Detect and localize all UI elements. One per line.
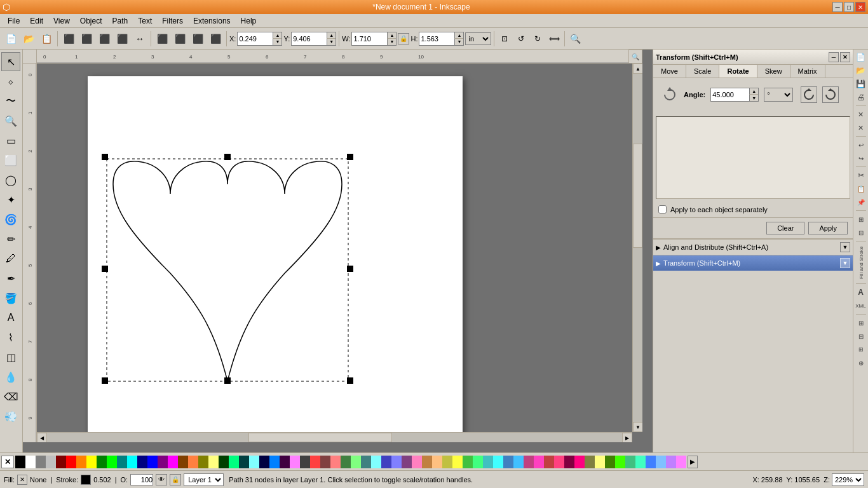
palette-color[interactable] [615, 456, 625, 468]
accordion-transform-header[interactable]: ▶ Transform (Shift+Ctrl+M) ▼ [653, 255, 853, 271]
far-right-grid-btn[interactable]: ⊞ [855, 316, 867, 329]
rotate-ccw-button[interactable]: ↺ [513, 31, 529, 46]
x-spin-down[interactable]: ▼ [273, 39, 281, 45]
far-right-cut[interactable]: ✂ [855, 169, 867, 182]
far-right-zoom-fit[interactable]: ⊞ [855, 213, 867, 226]
palette-color[interactable] [371, 456, 381, 468]
far-right-export[interactable]: ✕ [855, 121, 867, 134]
palette-color[interactable] [269, 456, 280, 468]
palette-color[interactable] [249, 456, 259, 468]
rect-tool[interactable]: ▭ [1, 131, 20, 150]
palette-color[interactable] [605, 456, 615, 468]
distribute-top-button[interactable]: ⬛ [207, 30, 224, 47]
palette-color[interactable] [208, 456, 219, 468]
open-button[interactable]: 📂 [20, 30, 37, 47]
w-input[interactable] [352, 32, 387, 45]
palette-color[interactable] [168, 456, 178, 468]
palette-color[interactable] [483, 456, 493, 468]
angle-spin-up[interactable]: ▲ [749, 88, 758, 95]
rotate-cw-direction-button[interactable] [822, 86, 839, 103]
palette-color[interactable] [452, 456, 463, 468]
scroll-thumb-h[interactable] [248, 433, 392, 442]
palette-color[interactable] [493, 456, 503, 468]
connector-tool[interactable]: ⌇ [1, 328, 20, 347]
angle-input[interactable] [711, 88, 749, 101]
star-tool[interactable]: ✦ [1, 190, 20, 209]
menu-view[interactable]: View [48, 15, 75, 27]
palette-color[interactable] [107, 456, 117, 468]
clear-button[interactable]: Clear [766, 222, 804, 234]
h-spin-up[interactable]: ▲ [454, 32, 463, 39]
palette-color[interactable] [66, 456, 76, 468]
scroll-down-button[interactable]: ▼ [633, 422, 642, 432]
palette-color[interactable] [147, 456, 158, 468]
panel-minimize-button[interactable]: ─ [829, 52, 839, 62]
palette-color[interactable] [46, 456, 56, 468]
scroll-up-button[interactable]: ▲ [633, 64, 642, 74]
zoom-select[interactable]: 229% 100% 50% 200% [832, 473, 864, 486]
visibility-button[interactable]: 👁 [156, 474, 167, 485]
tweak-tool[interactable]: 〜 [1, 92, 20, 111]
spiral-tool[interactable]: 🌀 [1, 210, 20, 229]
far-right-undo[interactable]: ↩ [855, 139, 867, 151]
new-button[interactable]: 📄 [3, 30, 19, 47]
far-right-snap-btn[interactable]: ⊟ [855, 330, 867, 342]
far-right-more[interactable]: ⊕ [855, 356, 867, 369]
transform-to-page-button[interactable]: ⊡ [497, 31, 512, 46]
tab-scale[interactable]: Scale [686, 65, 720, 78]
opacity-input[interactable] [130, 474, 153, 485]
palette-color[interactable] [239, 456, 249, 468]
y-input[interactable] [292, 32, 327, 45]
scroll-right-button[interactable]: ▶ [622, 433, 632, 442]
minimize-button[interactable]: ─ [832, 2, 843, 12]
pencil-tool[interactable]: ✏ [1, 229, 20, 248]
accordion-align-expand-btn[interactable]: ▼ [840, 242, 850, 252]
palette-color[interactable] [442, 456, 452, 468]
far-right-new[interactable]: 📄 [855, 51, 867, 64]
menu-object[interactable]: Object [75, 15, 107, 27]
spray-tool[interactable]: 💨 [1, 407, 20, 426]
palette-color[interactable] [646, 456, 656, 468]
palette-color[interactable] [56, 456, 66, 468]
palette-color[interactable] [391, 456, 402, 468]
stroke-color-box[interactable] [81, 475, 91, 485]
palette-color[interactable] [635, 456, 646, 468]
palette-color[interactable] [97, 456, 107, 468]
apply-button[interactable]: Apply [808, 222, 848, 234]
degree-unit-select[interactable]: ° rad [764, 88, 793, 102]
h-input[interactable] [419, 32, 454, 45]
palette-color[interactable] [554, 456, 564, 468]
rotate-ccw-direction-button[interactable] [801, 86, 817, 103]
zoom-canvas-button[interactable]: 🔍 [628, 50, 642, 64]
palette-color[interactable] [76, 456, 86, 468]
palette-color[interactable] [524, 456, 534, 468]
scroll-thumb-v[interactable] [633, 144, 642, 248]
palette-color[interactable] [310, 456, 320, 468]
menu-help[interactable]: Help [236, 15, 262, 27]
palette-color[interactable] [564, 456, 574, 468]
select-tool[interactable]: ↖ [1, 52, 20, 71]
zoom-tool[interactable]: 🔍 [1, 111, 20, 130]
maximize-button[interactable]: □ [844, 2, 854, 12]
flip-v-button[interactable]: ⟺ [546, 31, 562, 46]
tab-rotate[interactable]: Rotate [719, 65, 757, 78]
fill-color-box[interactable]: ✕ [17, 475, 27, 485]
tab-move[interactable]: Move [653, 65, 686, 78]
palette-color[interactable] [412, 456, 422, 468]
palette-color[interactable] [219, 456, 229, 468]
palette-color[interactable] [300, 456, 310, 468]
palette-color[interactable] [290, 456, 300, 468]
align-bottom-button[interactable]: ⬛ [114, 30, 130, 47]
dropper-tool[interactable]: 💧 [1, 367, 20, 386]
far-right-redo[interactable]: ↪ [855, 152, 867, 165]
scrollbar-horizontal[interactable]: ◀ ▶ [37, 432, 632, 442]
palette-color[interactable] [320, 456, 330, 468]
accordion-transform-expand-btn[interactable]: ▼ [840, 258, 850, 268]
palette-color[interactable] [656, 456, 666, 468]
w-spin-down[interactable]: ▼ [387, 39, 396, 45]
menu-file[interactable]: File [3, 15, 25, 27]
palette-color[interactable] [503, 456, 513, 468]
palette-color[interactable] [351, 456, 361, 468]
align-left-button[interactable]: ⬛ [60, 30, 77, 47]
palette-color[interactable] [402, 456, 412, 468]
